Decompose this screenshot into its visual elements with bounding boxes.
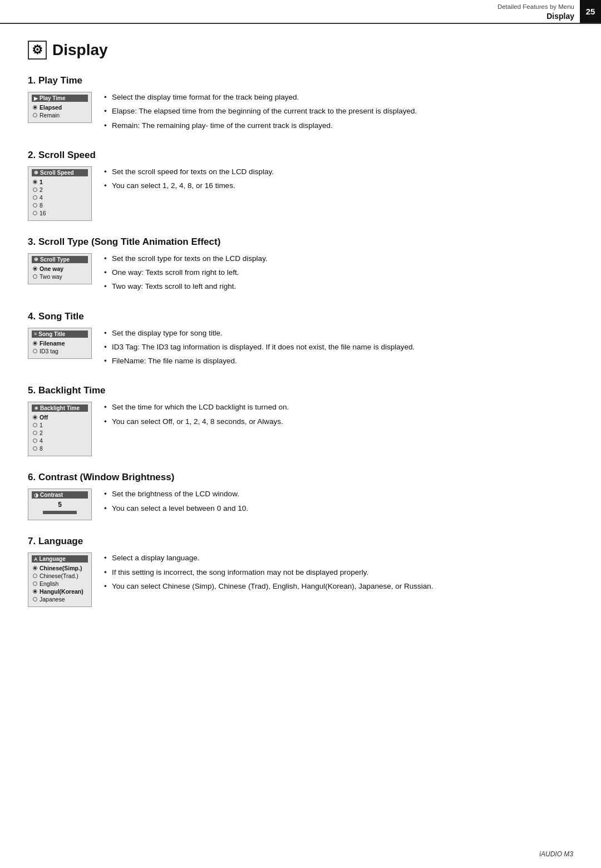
menu-item-16: 16: [32, 209, 88, 217]
footer-label: iAUDIO M3: [539, 850, 573, 858]
header-display-label: Display: [497, 11, 574, 21]
radio-1: [33, 180, 37, 184]
scroll-speed-menu-icon: ⊕: [34, 170, 38, 175]
section-play-time: 1. Play Time ▶ Play Time Elapsed Remain: [28, 75, 573, 134]
radio-twoway: [33, 274, 37, 279]
section-scroll-type: 3. Scroll Type (Song Title Animation Eff…: [28, 236, 573, 295]
bullet-1: Select a display language.: [103, 553, 573, 564]
section-play-time-title: 1. Play Time: [28, 75, 573, 86]
section-title-text: Scroll Type (Song Title Animation Effect…: [38, 236, 220, 247]
section-song-title-title: 4. Song Title: [28, 311, 573, 322]
radio-english: [33, 581, 37, 586]
section-title-text: Song Title: [38, 311, 84, 322]
bullet-2: ID3 Tag: The ID3 tag information is disp…: [103, 342, 573, 353]
menu-item-english: English: [32, 580, 88, 588]
section-song-title: 4. Song Title ≡ Song Title Filename ID3 …: [28, 311, 573, 370]
contrast-menu-title: ◑ Contrast: [32, 491, 88, 499]
song-title-menu-icon: ≡: [34, 331, 37, 337]
section-title-text: Play Time: [38, 75, 82, 86]
section-language-title: 7. Language: [28, 536, 573, 547]
language-menu-box: A Language Chinese(Simp.) Chinese(Trad.)…: [28, 553, 92, 607]
contrast-slider: [43, 511, 77, 514]
menu-item-off: Off: [32, 413, 88, 421]
radio-bl-4: [33, 438, 37, 443]
play-time-menu-icon: ▶: [34, 96, 38, 101]
radio-4: [33, 195, 37, 200]
radio-chinese-simp: [33, 566, 37, 570]
scroll-speed-bullets: Set the scroll speed for texts on the LC…: [103, 166, 573, 195]
section-backlight-time-title: 5. Backlight Time: [28, 385, 573, 396]
scroll-type-bullets: Set the scroll type for texts on the LCD…: [103, 253, 573, 295]
menu-item-japanese: Japanese: [32, 595, 88, 603]
radio-chinese-trad: [33, 574, 37, 578]
bullet-3: Remain: The remaining play- time of the …: [103, 120, 573, 131]
menu-item-id3tag: ID3 tag: [32, 347, 88, 355]
section-number: 7.: [28, 536, 36, 546]
menu-item-twoway: Two way: [32, 273, 88, 280]
radio-japanese: [33, 597, 37, 601]
section-number: 4.: [28, 311, 36, 322]
main-content: ⚙ Display 1. Play Time ▶ Play Time Elaps…: [0, 24, 601, 645]
bullet-3: FileName: The file name is displayed.: [103, 356, 573, 367]
menu-item-oneway: One way: [32, 265, 88, 273]
section-language: 7. Language A Language Chinese(Simp.) Ch…: [28, 536, 573, 607]
section-title-text: Language: [38, 536, 83, 546]
menu-item-chinese-simp: Chinese(Simp.): [32, 564, 88, 572]
menu-item-filename: Filename: [32, 339, 88, 347]
play-time-bullets: Select the display time format for the t…: [103, 92, 573, 134]
section-number: 2.: [28, 150, 36, 160]
scroll-speed-menu-title: ⊕ Scroll Speed: [32, 169, 88, 176]
song-title-menu-title: ≡ Song Title: [32, 331, 88, 338]
bullet-1: Set the scroll type for texts on the LCD…: [103, 253, 573, 264]
section-title-text: Contrast (Window Brightness): [38, 472, 174, 482]
bullet-3: Two way: Texts scroll to left and right.: [103, 281, 573, 292]
section-number: 1.: [28, 75, 36, 86]
menu-item-2: 2: [32, 186, 88, 194]
scroll-type-menu-title: ⊕ Scroll Type: [32, 256, 88, 263]
header-detail-text: Detailed Features by Menu: [497, 3, 574, 10]
contrast-menu-icon: ◑: [34, 492, 38, 498]
radio-bl-8: [33, 446, 37, 451]
bullet-2: Elapse: The elapsed time from the beginn…: [103, 106, 573, 117]
section-scroll-type-title: 3. Scroll Type (Song Title Animation Eff…: [28, 236, 573, 248]
language-menu-title: A Language: [32, 555, 88, 563]
section-scroll-type-body: ⊕ Scroll Type One way Two way Set the sc…: [28, 253, 573, 295]
page-number: 25: [580, 0, 601, 23]
bullet-2: You can select a level between 0 and 10.: [103, 503, 573, 514]
page-title: ⚙ Display: [28, 41, 573, 60]
language-bullets: Select a display language. If this setti…: [103, 553, 573, 595]
radio-2: [33, 188, 37, 192]
section-title-text: Backlight Time: [38, 385, 106, 396]
radio-8: [33, 203, 37, 208]
radio-16: [33, 211, 37, 215]
section-scroll-speed: 2. Scroll Speed ⊕ Scroll Speed 1 2: [28, 150, 573, 221]
section-number: 6.: [28, 472, 36, 482]
radio-bl-2: [33, 431, 37, 435]
section-backlight-time: 5. Backlight Time ☀ Backlight Time Off 1: [28, 385, 573, 456]
menu-item-bl-2: 2: [32, 429, 88, 437]
section-play-time-body: ▶ Play Time Elapsed Remain Select the di…: [28, 92, 573, 134]
bullet-1: Set the brightness of the LCD window.: [103, 489, 573, 500]
contrast-bullets: Set the brightness of the LCD window. Yo…: [103, 489, 573, 517]
menu-item-bl-1: 1: [32, 421, 88, 429]
header-detail: Detailed Features by Menu Display: [492, 0, 580, 23]
menu-item-remain: Remain: [32, 111, 88, 119]
menu-item-bl-4: 4: [32, 437, 88, 445]
section-number: 3.: [28, 236, 36, 247]
menu-item-1: 1: [32, 178, 88, 186]
radio-elapsed: [33, 105, 37, 110]
radio-remain: [33, 113, 37, 117]
section-title-text: Scroll Speed: [38, 150, 96, 160]
menu-item-8: 8: [32, 201, 88, 209]
radio-off: [33, 415, 37, 420]
contrast-value: 5: [32, 501, 88, 509]
section-number: 5.: [28, 385, 36, 396]
display-icon: ⚙: [28, 41, 47, 60]
backlight-time-menu-title: ☀ Backlight Time: [32, 405, 88, 412]
bullet-2: You can select 1, 2, 4, 8, or 16 times.: [103, 180, 573, 191]
section-backlight-time-body: ☀ Backlight Time Off 1 2 4: [28, 402, 573, 456]
bullet-1: Set the display type for song title.: [103, 328, 573, 339]
page-title-text: Display: [52, 41, 108, 59]
play-time-menu-box: ▶ Play Time Elapsed Remain: [28, 92, 92, 123]
bullet-2: One way: Texts scroll from right to left…: [103, 267, 573, 278]
